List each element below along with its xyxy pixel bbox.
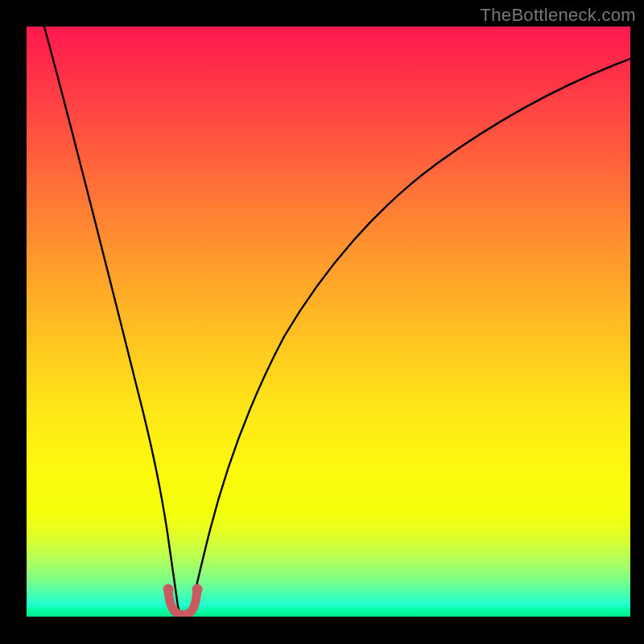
chart-frame: TheBottleneck.com [0, 0, 644, 644]
watermark-text: TheBottleneck.com [481, 5, 636, 26]
curve-layer [27, 27, 630, 617]
highlight-region [168, 590, 197, 615]
plot-area [27, 27, 630, 617]
bottleneck-curve [44, 27, 630, 615]
highlight-endpoint-left [163, 584, 174, 595]
highlight-endpoint-right [192, 584, 203, 595]
